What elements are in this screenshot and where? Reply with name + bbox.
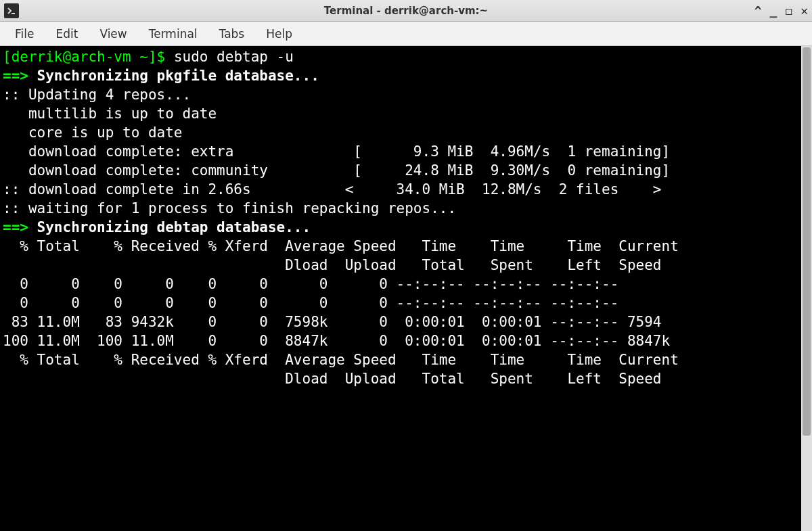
curl-row: 0 0 0 0 0 0 0 0 --:--:-- --:--:-- --:--:…	[3, 276, 618, 292]
curl-row: 0 0 0 0 0 0 0 0 --:--:-- --:--:-- --:--:…	[3, 295, 618, 311]
sync-debtap-msg: Synchronizing debtap database...	[37, 219, 311, 235]
menu-file[interactable]: File	[5, 24, 43, 43]
curl-header: % Total % Received % Xferd Average Speed…	[3, 352, 679, 368]
scrollbar[interactable]	[801, 46, 812, 531]
terminal-output[interactable]: [derrik@arch-vm ~]$ sudo debtap -u ==> S…	[0, 46, 801, 531]
window-controls: ^ _ ◻ ✕	[754, 3, 808, 18]
curl-row: 83 11.0M 83 9432k 0 0 7598k 0 0:00:01 0:…	[3, 314, 662, 330]
close-icon[interactable]: ✕	[800, 3, 808, 18]
curl-header: Dload Upload Total Spent Left Speed	[3, 371, 662, 387]
dl-community-line: download complete: community [ 24.8 MiB …	[3, 162, 670, 179]
menubar: File Edit View Terminal Tabs Help	[0, 22, 812, 46]
updating-line: :: Updating 4 repos...	[3, 87, 191, 103]
prompt: [derrik@arch-vm ~]$	[3, 49, 174, 65]
menu-help[interactable]: Help	[256, 24, 302, 43]
dl-complete-line: :: download complete in 2.66s < 34.0 MiB…	[3, 181, 662, 198]
scroll-thumb[interactable]	[803, 47, 811, 436]
waiting-line: :: waiting for 1 process to finish repac…	[3, 200, 456, 216]
core-line: core is up to date	[3, 124, 183, 141]
curl-header: % Total % Received % Xferd Average Speed…	[3, 238, 679, 254]
terminal-area: [derrik@arch-vm ~]$ sudo debtap -u ==> S…	[0, 46, 812, 531]
terminal-app-icon	[4, 3, 19, 18]
arrow-icon: ==>	[3, 219, 37, 235]
minimize-icon[interactable]: _	[769, 3, 777, 18]
titlebar: Terminal - derrik@arch-vm:~ ^ _ ◻ ✕	[0, 0, 812, 22]
menu-tabs[interactable]: Tabs	[210, 24, 254, 43]
roll-up-icon[interactable]: ^	[754, 3, 762, 18]
arrow-icon: ==>	[3, 68, 37, 84]
menu-terminal[interactable]: Terminal	[139, 24, 207, 43]
multilib-line: multilib is up to date	[3, 106, 217, 122]
maximize-icon[interactable]: ◻	[785, 3, 792, 18]
command-text: sudo debtap -u	[174, 49, 294, 65]
curl-header: Dload Upload Total Spent Left Speed	[3, 257, 662, 273]
dl-extra-line: download complete: extra [ 9.3 MiB 4.96M…	[3, 143, 670, 160]
menu-view[interactable]: View	[90, 24, 136, 43]
window-title: Terminal - derrik@arch-vm:~	[324, 5, 488, 17]
menu-edit[interactable]: Edit	[46, 24, 87, 43]
curl-row: 100 11.0M 100 11.0M 0 0 8847k 0 0:00:01 …	[3, 333, 670, 349]
sync-pkgfile-msg: Synchronizing pkgfile database...	[37, 68, 319, 84]
